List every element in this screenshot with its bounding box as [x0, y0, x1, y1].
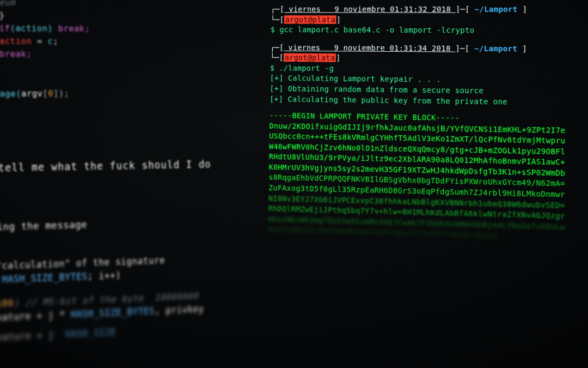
code-line: usage(argv[0]); — [0, 87, 246, 101]
code-line: } — [0, 9, 244, 23]
private-key-block: -----BEGIN LAMPORT PRIVATE KEY BLOCK----… — [268, 111, 588, 244]
screen: ureum } if(action) break; action = c; br… — [0, 0, 588, 368]
command-line[interactable]: $ gcc lamport.c base64.c -o lamport -lcr… — [271, 25, 588, 37]
terminal-pane[interactable]: ┌─[ viernes 9 noviembre 01:31:32 2018 ]─… — [268, 4, 588, 244]
prompt-line-1: ┌─[ viernes 9 noviembre 01:31:32 2018 ]─… — [271, 4, 588, 15]
code-editor-pane: ureum } if(action) break; action = c; br… — [0, 0, 250, 345]
code-line: ult: — [0, 74, 246, 88]
code-line: action = c; — [0, 35, 245, 49]
code-line: if(action) break; — [0, 22, 245, 36]
prompt-line-2: └─[argot@plata] — [271, 15, 588, 26]
code-line: break; — [0, 47, 245, 61]
